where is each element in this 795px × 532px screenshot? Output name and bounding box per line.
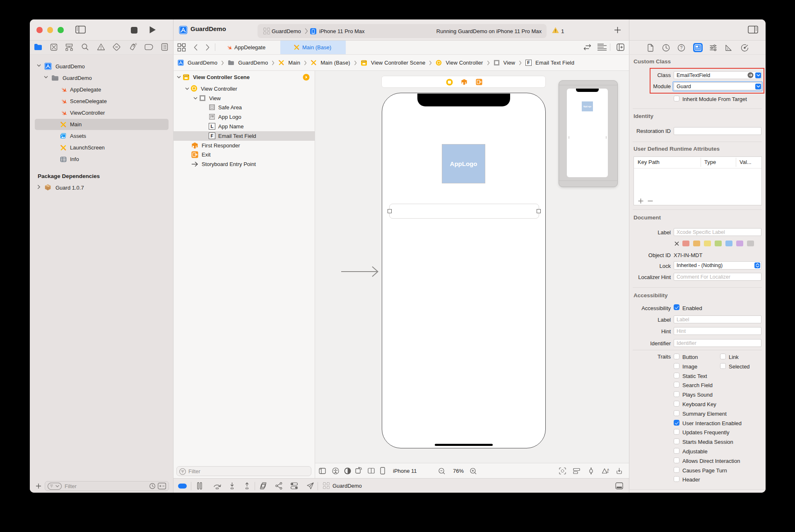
svg-text:F: F bbox=[210, 133, 213, 138]
svg-text:?: ? bbox=[680, 45, 683, 50]
svg-text:F: F bbox=[527, 60, 530, 65]
svg-text:1: 1 bbox=[195, 145, 197, 149]
svg-text:A: A bbox=[607, 468, 609, 472]
svg-text:L: L bbox=[210, 124, 213, 129]
svg-text:1: 1 bbox=[465, 82, 466, 84]
